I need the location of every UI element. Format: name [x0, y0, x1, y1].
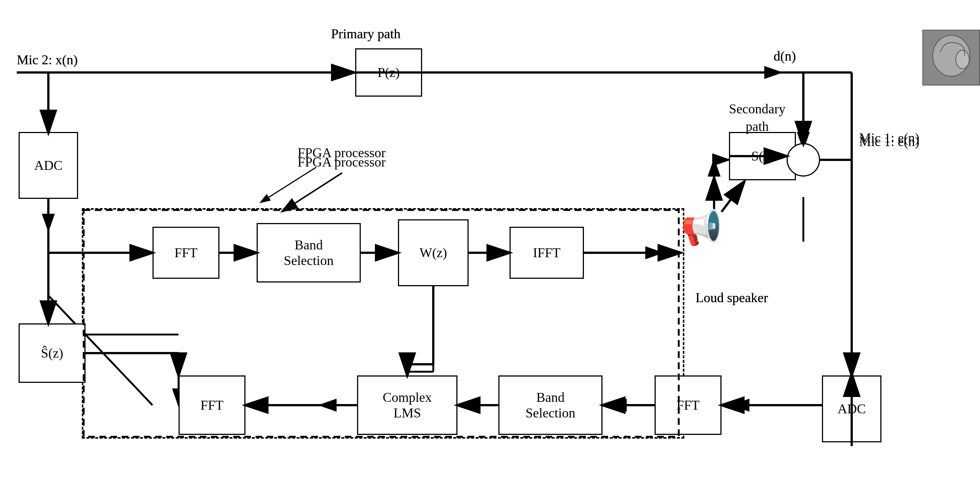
fft3-block: FFT [655, 375, 722, 435]
fft1-block: FFT [153, 227, 220, 279]
ifft-block: IFFT [509, 227, 584, 279]
head-image [922, 30, 980, 86]
summing-junction [787, 143, 820, 176]
fpga-label-text: FPGA processor [298, 154, 386, 170]
mic1-label-text: Mic 1: e(n) [859, 134, 920, 149]
sz-block: S(z) [729, 132, 796, 180]
primary-path-label-text: Primary path [331, 26, 401, 41]
svg-point-40 [956, 50, 969, 69]
mic2-label-text: Mic 2: x(n) [17, 52, 78, 68]
band-selection2-block: Band Selection [498, 375, 603, 435]
dn-label-text: d(n) [773, 48, 796, 64]
wz-block: W(z) [398, 219, 469, 286]
shat-block: Ŝ(z) [19, 323, 86, 383]
loudspeaker-icon: 📢 [681, 208, 722, 247]
band-selection1-block: Band Selection [257, 223, 361, 283]
secondary-path-label: Secondarypath [729, 100, 786, 135]
loud-speaker-label-text: Loud speaker [695, 290, 768, 305]
adc-right-block: ADC [822, 375, 881, 442]
complex-lms-block: Complex LMS [357, 375, 457, 435]
fft2-block: FFT [178, 375, 245, 435]
adc-left-block: ADC [19, 132, 78, 199]
pz-block: P(z) [355, 48, 422, 97]
svg-line-38 [260, 167, 316, 203]
